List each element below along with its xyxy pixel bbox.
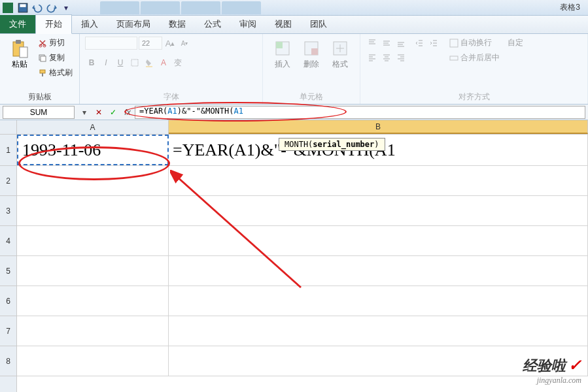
confirm-formula-icon[interactable]: ✓	[106, 106, 120, 119]
svg-rect-4	[20, 47, 27, 57]
file-tab[interactable]: 文件	[0, 15, 35, 33]
cell[interactable]	[169, 286, 588, 316]
phonetic-button[interactable]: 变	[171, 56, 184, 69]
browser-tab[interactable]	[222, 1, 261, 14]
cell[interactable]	[17, 196, 169, 225]
col-header[interactable]: B	[169, 120, 588, 134]
format-cell-button[interactable]: 格式	[326, 37, 355, 71]
ribbon-tabs: 文件 开始 插入 页面布局 数据 公式 审阅 视图 团队	[0, 16, 588, 34]
tab-insert[interactable]: 插入	[72, 15, 107, 33]
cell-a1[interactable]: 1993-11-06	[17, 135, 169, 165]
auto-set-button[interactable]: 自定	[506, 37, 525, 49]
delete-cell-button[interactable]: 删除	[297, 37, 326, 71]
cancel-formula-icon[interactable]: ✕	[92, 106, 106, 119]
paste-button[interactable]: 粘贴	[5, 37, 34, 71]
tab-view[interactable]: 视图	[266, 15, 301, 33]
formula-input[interactable]: =YEAR(A1)&"-"&MONTH(A1	[135, 106, 585, 119]
tooltip-suffix: )	[374, 140, 379, 149]
formula-bar: SUM ▾ ✕ ✓ fx =YEAR(A1)&"-"&MONTH(A1	[0, 105, 588, 120]
row-header[interactable]: 6	[0, 286, 16, 316]
browser-tab[interactable]	[141, 1, 180, 14]
tab-team[interactable]: 团队	[301, 15, 336, 33]
bold-button[interactable]: B	[85, 56, 98, 69]
cell[interactable]	[17, 226, 169, 255]
wrap-text-button[interactable]: 自动换行	[448, 37, 501, 49]
indent-decrease-icon[interactable]	[413, 37, 426, 50]
insert-cell-button[interactable]: 插入	[268, 37, 297, 71]
fx-icon[interactable]: fx	[120, 106, 135, 119]
decrease-font-icon[interactable]: A▾	[178, 37, 191, 50]
format-label: 格式	[332, 59, 348, 70]
increase-font-icon[interactable]: A▴	[164, 37, 177, 50]
copy-label: 复制	[49, 52, 65, 63]
cell[interactable]	[17, 286, 169, 316]
cell[interactable]	[169, 166, 588, 195]
grid-row	[17, 196, 588, 226]
qat-dropdown-icon[interactable]: ▾	[60, 2, 72, 14]
svg-rect-12	[146, 66, 152, 67]
copy-button[interactable]: 复制	[37, 52, 74, 64]
align-left-icon[interactable]	[366, 51, 379, 64]
font-group-title: 字体	[85, 90, 257, 103]
fill-color-button[interactable]	[143, 56, 156, 69]
cell[interactable]	[17, 346, 169, 376]
align-middle-icon[interactable]	[380, 37, 393, 50]
name-box-dropdown-icon[interactable]: ▾	[77, 106, 92, 119]
ribbon-group-clipboard: 粘贴 剪切 复制 格式刷 剪贴板	[0, 34, 80, 104]
clipboard-group-title: 剪贴板	[5, 90, 74, 103]
formula-text: =YEAR(A1)&"-"&MONTH(A1	[139, 106, 243, 116]
cell[interactable]	[169, 256, 588, 286]
cell[interactable]	[169, 196, 588, 225]
cell[interactable]	[17, 256, 169, 286]
undo-icon[interactable]	[31, 2, 43, 14]
row-header[interactable]: 1	[0, 135, 16, 166]
cell[interactable]	[169, 226, 588, 255]
row-header[interactable]: 7	[0, 316, 16, 346]
row-header[interactable]: 8	[0, 346, 16, 376]
col-headers: A B	[17, 120, 588, 135]
font-name-input[interactable]	[85, 37, 137, 50]
align-top-icon[interactable]	[366, 37, 379, 50]
cell[interactable]	[17, 166, 169, 195]
align-bottom-icon[interactable]	[394, 37, 407, 50]
row-headers: 1 2 3 4 5 6 7 8	[0, 120, 17, 392]
select-all-corner[interactable]	[0, 120, 16, 135]
row-header[interactable]: 3	[0, 196, 16, 226]
cut-button[interactable]: 剪切	[37, 37, 74, 49]
tab-page-layout[interactable]: 页面布局	[107, 15, 160, 33]
watermark: 经验啦✓ jingyanla.com	[523, 356, 581, 385]
tab-home[interactable]: 开始	[35, 14, 72, 34]
browser-tab[interactable]	[100, 1, 139, 14]
grid-row	[17, 166, 588, 196]
merge-center-button[interactable]: 合并后居中	[448, 52, 501, 64]
font-color-button[interactable]: A	[157, 56, 170, 69]
underline-button[interactable]: U	[114, 56, 127, 69]
spreadsheet-grid: 1 2 3 4 5 6 7 8 A B 1993-11-06 =YEAR(A1)…	[0, 120, 588, 392]
align-right-icon[interactable]	[394, 51, 407, 64]
italic-button[interactable]: I	[99, 56, 112, 69]
svg-rect-8	[41, 56, 46, 61]
row-header[interactable]: 5	[0, 256, 16, 286]
font-size-input[interactable]	[139, 37, 162, 50]
format-painter-label: 格式刷	[49, 67, 73, 78]
col-header[interactable]: A	[17, 120, 169, 134]
browser-tab[interactable]	[181, 1, 220, 14]
format-painter-button[interactable]: 格式刷	[37, 67, 74, 79]
save-icon[interactable]	[17, 2, 29, 14]
svg-rect-11	[131, 59, 138, 66]
indent-increase-icon[interactable]	[427, 37, 440, 50]
ribbon-group-align: 自动换行 合并后居中 自定 对齐方式	[360, 34, 588, 104]
cell[interactable]	[17, 316, 169, 346]
tab-review[interactable]: 审阅	[230, 15, 266, 33]
border-button[interactable]	[128, 56, 141, 69]
redo-icon[interactable]	[46, 2, 58, 14]
tab-data[interactable]: 数据	[160, 15, 195, 33]
svg-rect-19	[450, 56, 458, 60]
name-box[interactable]: SUM	[3, 106, 75, 119]
row-header[interactable]: 2	[0, 166, 16, 196]
tab-formulas[interactable]: 公式	[195, 15, 230, 33]
row-header[interactable]: 4	[0, 226, 16, 256]
cell[interactable]	[169, 316, 588, 346]
align-center-icon[interactable]	[380, 51, 393, 64]
align-group-title: 对齐方式	[366, 90, 582, 103]
